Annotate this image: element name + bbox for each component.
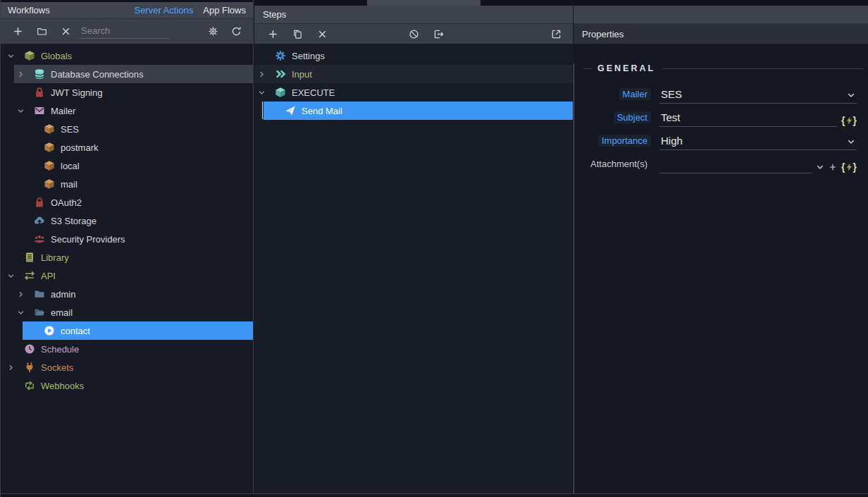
tab-server-actions[interactable]: Server Actions: [134, 5, 193, 16]
field-input-attachment-s[interactable]: [659, 157, 812, 173]
workflows-titlebar: Workflows Server Actions App Flows: [1, 2, 253, 19]
chevron-down-icon[interactable]: [257, 88, 275, 97]
workflows-toolbar: [1, 19, 253, 44]
chevron-down-icon[interactable]: [847, 91, 855, 99]
steps-delete-step-button[interactable]: [314, 25, 330, 42]
steps-extract-step-button[interactable]: [430, 25, 447, 42]
brace-open: {: [841, 162, 845, 172]
step-item-send-mail[interactable]: Send Mail: [264, 102, 573, 120]
tree-item-security-providers[interactable]: Security Providers: [1, 230, 253, 248]
steps-copy-step-button[interactable]: [289, 25, 306, 42]
tree-item-webhooks[interactable]: Webhooks: [1, 376, 253, 395]
file-tab-stub[interactable]: [367, 0, 480, 6]
properties-band: [574, 6, 868, 24]
tree-item-label: Sockets: [41, 362, 73, 373]
dynamic-data-bolt-icon[interactable]: {}: [841, 116, 857, 125]
gear-blue-icon: [275, 50, 286, 61]
tree-item-database-connections[interactable]: Database Connections: [14, 65, 253, 83]
step-item-input[interactable]: Input: [254, 65, 573, 83]
chevron-down-icon[interactable]: [6, 271, 24, 281]
tree-item-postmark[interactable]: postmark: [1, 138, 253, 157]
tree-item-label: local: [61, 161, 80, 171]
tree-item-admin[interactable]: admin: [1, 285, 253, 303]
chevron-down-icon[interactable]: [816, 163, 824, 171]
section-general-label: GENERAL: [597, 63, 655, 73]
tree-guide-line: [262, 102, 263, 119]
copy-icon: [292, 29, 303, 39]
close-icon: [317, 29, 328, 39]
tree-item-label: S3 Storage: [51, 216, 97, 226]
tree-item-api[interactable]: API: [1, 266, 253, 285]
tree-item-oauth2[interactable]: OAuth2: [1, 193, 253, 211]
steps-open-in-browser-button[interactable]: [547, 25, 564, 42]
tree-item-globals[interactable]: Globals: [1, 47, 253, 65]
field-mailer: MailerSES: [583, 80, 857, 104]
steps-toolbar: [254, 24, 573, 44]
gear-icon: [208, 26, 218, 37]
workflows-add-button[interactable]: [9, 23, 26, 40]
steps-tree: SettingsInputEXECUTESend Mail: [254, 44, 573, 120]
plus-icon: [268, 29, 278, 39]
package-orange-icon: [44, 123, 55, 135]
tree-item-ses[interactable]: SES: [1, 120, 253, 138]
plug-icon: [24, 362, 35, 373]
share-icon: [551, 29, 562, 39]
chevron-right-icon[interactable]: [16, 70, 34, 79]
tree-item-contact[interactable]: contact: [23, 321, 253, 340]
tree-item-label: mail: [61, 179, 78, 190]
search-input[interactable]: [80, 24, 170, 39]
ban-icon: [409, 29, 419, 39]
folder-closed-icon: [34, 288, 45, 300]
chevron-right-icon[interactable]: [257, 70, 275, 79]
dynamic-data-bolt-icon[interactable]: {}: [841, 162, 857, 172]
chevron-down-icon[interactable]: [847, 137, 855, 146]
folder-open-icon: [34, 307, 45, 318]
field-input-importance[interactable]: High: [659, 133, 857, 150]
section-general[interactable]: GENERAL: [583, 63, 863, 73]
steps-panel: Steps SettingsInputEXECUTESend Mail: [254, 0, 573, 497]
workflows-refresh-button[interactable]: [228, 23, 244, 40]
tree-item-mailer[interactable]: Mailer: [1, 102, 253, 120]
step-item-execute[interactable]: EXECUTE: [254, 83, 573, 102]
chevron-down-icon[interactable]: [16, 308, 34, 317]
field-input-subject[interactable]: Test: [659, 110, 837, 127]
step-item-label: Settings: [292, 51, 325, 61]
properties-content: GENERAL MailerSESSubjectTest{}Importance…: [574, 63, 868, 497]
chevron-down-icon[interactable]: [16, 106, 34, 116]
tab-app-flows[interactable]: App Flows: [203, 5, 246, 16]
brace-close: }: [853, 162, 857, 172]
tree-item-label: Library: [41, 252, 69, 263]
step-item-label: EXECUTE: [292, 87, 335, 98]
chevron-right-icon[interactable]: [16, 290, 34, 299]
tree-item-schedule[interactable]: Schedule: [1, 340, 253, 358]
chevron-down-icon[interactable]: [6, 51, 24, 61]
add-item-icon[interactable]: [829, 163, 837, 171]
steps-disable-step-button[interactable]: [405, 25, 422, 42]
field-label-importance: Importance: [598, 135, 651, 147]
properties-titlebar: Properties: [574, 24, 868, 44]
export-icon: [433, 29, 444, 39]
tree-item-email[interactable]: email: [1, 303, 253, 321]
tree-item-label: Globals: [41, 51, 72, 61]
chevron-right-icon[interactable]: [6, 363, 24, 372]
tree-item-label: Security Providers: [51, 234, 125, 245]
field-label-attachment-s: Attachment(s): [587, 158, 651, 170]
workflows-settings-button[interactable]: [204, 23, 221, 40]
tree-item-label: Webhooks: [41, 381, 84, 391]
tree-item-sockets[interactable]: Sockets: [1, 358, 253, 376]
tree-item-library[interactable]: Library: [1, 248, 253, 266]
field-input-mailer[interactable]: SES: [659, 87, 857, 104]
step-item-settings[interactable]: Settings: [254, 47, 573, 65]
properties-tabstrip: [574, 0, 868, 6]
envelope-icon: [34, 105, 45, 116]
workflows-new-folder-button[interactable]: [33, 23, 50, 40]
steps-add-step-button[interactable]: [264, 25, 281, 42]
section-dash: [583, 68, 592, 69]
workflows-delete-button[interactable]: [57, 23, 74, 40]
play-circle-icon: [44, 325, 55, 336]
tree-item-mail[interactable]: mail: [1, 175, 253, 193]
tree-item-s3-storage[interactable]: S3 Storage: [1, 211, 253, 230]
tree-item-local[interactable]: local: [1, 157, 253, 175]
tree-item-label: contact: [61, 326, 90, 336]
tree-item-jwt-signing[interactable]: JWT Signing: [1, 83, 253, 102]
